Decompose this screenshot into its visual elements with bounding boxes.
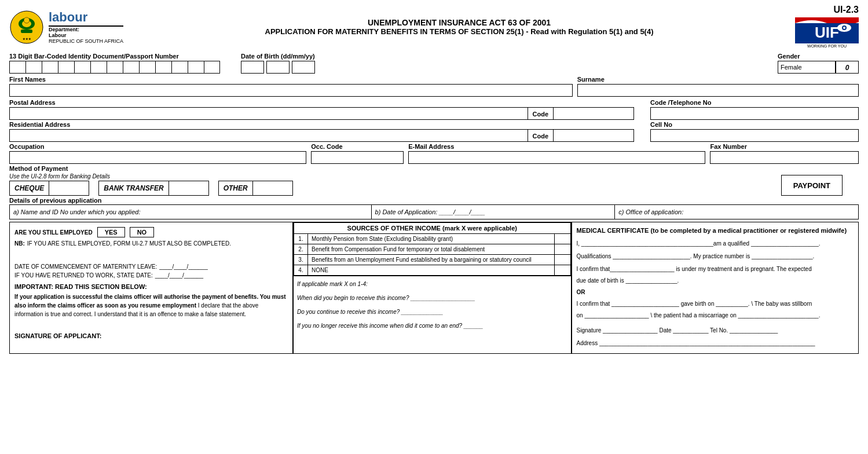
occ-code-input[interactable] bbox=[311, 151, 404, 164]
important-text: If your application is successful the cl… bbox=[14, 292, 288, 318]
id-box-13[interactable] bbox=[204, 61, 220, 74]
other-blank bbox=[252, 181, 293, 196]
medical-line3: I confirm that____________________ is un… bbox=[577, 264, 854, 274]
cell-no-input[interactable] bbox=[650, 129, 859, 142]
page: ★ ★ ★ labour Department: Labour REPUBLIC… bbox=[0, 0, 868, 358]
header-center: UNEMPLOYMENT INSURANCE ACT 63 OF 2001 AP… bbox=[123, 18, 795, 36]
first-names-input[interactable] bbox=[9, 84, 573, 97]
dob-box-2[interactable] bbox=[266, 61, 290, 74]
fax-section: Fax Number bbox=[710, 143, 859, 164]
occupation-row: Occupation Occ. Code E-Mail Address Fax … bbox=[9, 143, 859, 164]
code-telephone-input[interactable] bbox=[650, 107, 859, 120]
residential-address-input[interactable] bbox=[9, 129, 528, 142]
dob-section: Date of Birth (dd/mm/yy) bbox=[241, 53, 315, 74]
source-num-1: 1. bbox=[294, 234, 308, 244]
republic-label: REPUBLIC OF SOUTH AFRICA bbox=[49, 38, 123, 44]
id-box-5[interactable] bbox=[74, 61, 90, 74]
sources-row-2: 2. Benefit from Compensation Fund for te… bbox=[294, 244, 571, 255]
sources-footer-line4: If you no longer receive this income whe… bbox=[297, 321, 567, 331]
bank-transfer-blank bbox=[169, 181, 209, 196]
source-num-3: 3. bbox=[294, 255, 308, 265]
yes-button[interactable]: YES bbox=[97, 227, 125, 237]
paypoint-label: PAYPOINT bbox=[793, 181, 830, 190]
gender-value[interactable]: Female bbox=[778, 61, 836, 74]
nb-text: IF YOU ARE STILL EMPLOYED, FORM UI-2.7 M… bbox=[27, 240, 231, 247]
source-check-1[interactable] bbox=[554, 234, 570, 244]
sources-footer-line3: Do you continue to receive this income? … bbox=[297, 307, 567, 317]
code-telephone-section: Code /Telephone No bbox=[650, 99, 859, 120]
source-check-4[interactable] bbox=[554, 265, 570, 276]
other-option[interactable]: OTHER bbox=[218, 181, 253, 196]
returned-label: IF YOU HAVE RETURNED TO WORK, STATE DATE… bbox=[14, 272, 153, 279]
source-text-1: Monthly Pension from State (Excluding Di… bbox=[308, 234, 555, 244]
nb-row: NB: IF YOU ARE STILL EMPLOYED, FORM UI-2… bbox=[14, 240, 288, 247]
medical-line4: due date of birth is ________________. bbox=[577, 276, 854, 286]
returned-row: IF YOU HAVE RETURNED TO WORK, STATE DATE… bbox=[14, 272, 288, 279]
bottom-middle: SOURCES OF OTHER INCOME (mark X were app… bbox=[294, 222, 572, 353]
dob-boxes bbox=[241, 61, 315, 74]
email-section: E-Mail Address bbox=[408, 143, 705, 164]
postal-address-input[interactable] bbox=[9, 107, 528, 120]
occupation-input[interactable] bbox=[9, 151, 306, 164]
commencement-label: DATE OF COMMENCEMENT OF MATERNITY LEAVE: bbox=[14, 263, 157, 270]
sources-row-4: 4. NONE bbox=[294, 265, 571, 276]
header: ★ ★ ★ labour Department: Labour REPUBLIC… bbox=[9, 5, 859, 49]
svg-rect-3 bbox=[21, 30, 32, 33]
prev-app-row: a) Name and ID No under which you applie… bbox=[9, 204, 859, 219]
paypoint-box[interactable]: PAYPOINT bbox=[781, 175, 843, 196]
payment-section: Method of Payment Use the UI-2.8 form fo… bbox=[9, 165, 763, 196]
gender-code: 0 bbox=[836, 61, 859, 74]
gender-row: Female 0 bbox=[778, 61, 859, 74]
returned-date: ____/____/______ bbox=[155, 272, 203, 279]
occ-code-label: Occ. Code bbox=[311, 143, 404, 150]
id-box-2[interactable] bbox=[25, 61, 42, 74]
fax-input[interactable] bbox=[710, 151, 859, 164]
id-box-7[interactable] bbox=[107, 61, 123, 74]
medical-or: OR bbox=[577, 287, 854, 298]
bottom-right: MEDICAL CERTIFICATE (to be completed by … bbox=[572, 222, 859, 353]
cheque-option[interactable]: CHEQUE bbox=[9, 181, 49, 196]
employment-label: ARE YOU STILL EMPLOYED bbox=[14, 229, 93, 236]
svg-text:WORKING FOR YOU: WORKING FOR YOU bbox=[807, 44, 847, 48]
id-box-3[interactable] bbox=[42, 61, 58, 74]
no-button[interactable]: NO bbox=[130, 227, 155, 237]
dob-box-1[interactable] bbox=[241, 61, 264, 74]
id-box-8[interactable] bbox=[123, 61, 139, 74]
prev-app-c-cell: c) Office of application: bbox=[615, 205, 858, 219]
surname-section: Surname bbox=[577, 76, 859, 97]
source-check-3[interactable] bbox=[554, 255, 570, 265]
id-box-1[interactable] bbox=[9, 61, 25, 74]
surname-input[interactable] bbox=[577, 84, 859, 97]
id-box-9[interactable] bbox=[139, 61, 155, 74]
sources-row-3: 3. Benefits from an Unemployment Fund es… bbox=[294, 255, 571, 265]
header-right: UI-2.3 UIF WORKING FOR YOU bbox=[795, 5, 859, 49]
email-input[interactable] bbox=[408, 151, 705, 164]
postal-label: Postal Address bbox=[9, 99, 634, 106]
fax-label: Fax Number bbox=[710, 143, 859, 150]
logo-left: ★ ★ ★ labour Department: Labour REPUBLIC… bbox=[9, 10, 123, 45]
bank-transfer-option[interactable]: BANK TRANSFER bbox=[98, 181, 169, 196]
residential-code-input[interactable] bbox=[553, 129, 634, 142]
id-box-12[interactable] bbox=[188, 61, 204, 74]
occupation-label: Occupation bbox=[9, 143, 306, 150]
id-box-10[interactable] bbox=[155, 61, 171, 74]
svg-point-4 bbox=[24, 17, 30, 23]
bank-transfer-label: BANK TRANSFER bbox=[104, 184, 163, 192]
source-check-2[interactable] bbox=[554, 244, 570, 255]
medical-addr: Address ________________________________… bbox=[577, 338, 854, 349]
id-box-4[interactable] bbox=[58, 61, 74, 74]
id-box-11[interactable] bbox=[171, 61, 188, 74]
medical-title: MEDICAL CERTIFICATE (to be completed by … bbox=[577, 227, 854, 234]
sources-title: SOURCES OF OTHER INCOME (mark X were app… bbox=[294, 223, 571, 234]
commencement-date: ____/____/______ bbox=[159, 263, 207, 270]
medical-line1: I, _____________________________________… bbox=[577, 239, 854, 249]
postal-row-container: Postal Address Code Code /Telephone No bbox=[9, 99, 859, 120]
residential-code-label: Code bbox=[528, 129, 554, 142]
postal-code-input[interactable] bbox=[553, 107, 634, 120]
payment-label: Method of Payment bbox=[9, 165, 763, 172]
id-box-6[interactable] bbox=[90, 61, 107, 74]
dob-box-3[interactable] bbox=[292, 61, 315, 74]
id-section: 13 Digit Bar-Coded Identity Document/Pas… bbox=[9, 53, 220, 74]
svg-text:★ ★ ★: ★ ★ ★ bbox=[23, 37, 32, 41]
other-label: OTHER bbox=[224, 184, 248, 192]
